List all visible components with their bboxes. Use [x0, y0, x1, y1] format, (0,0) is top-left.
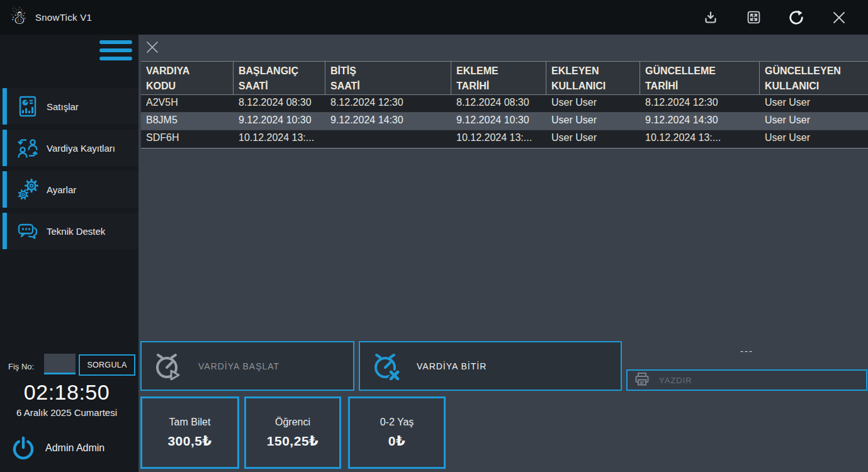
column-header[interactable]: GÜNCELLEMETARİHİ [640, 62, 760, 94]
table-cell: 9.12.2024 10:30 [451, 113, 546, 130]
table-cell: 9.12.2024 10:30 [234, 113, 325, 130]
vardiya-baslat-button[interactable]: VARDİYA BAŞLAT [140, 341, 354, 391]
shift-table-body: A2V5H8.12.2024 08:308.12.2024 12:308.12.… [141, 95, 868, 149]
logged-in-user: Admin Admin [45, 442, 104, 454]
yazdir-label: YAZDIR [659, 376, 692, 385]
table-cell: 10.12.2024 13:... [640, 130, 760, 148]
column-header[interactable]: BAŞLANGIÇSAATİ [234, 62, 325, 94]
nav-accent-bar [3, 130, 7, 166]
nav-accent-bar [3, 213, 7, 249]
table-cell: B8JM5 [141, 113, 234, 130]
titlebar: ☃ SnowTick V1 [0, 0, 868, 35]
ticket-price: 150,25₺ [267, 434, 318, 449]
shift-people-icon [16, 137, 39, 159]
fullscreen-icon[interactable] [745, 9, 762, 26]
clock: 02:18:50 [0, 380, 133, 405]
nav-accent-bar [3, 171, 7, 208]
vardiya-bitir-label: VARDİYA BİTİR [417, 361, 487, 371]
table-cell: User User [546, 130, 640, 148]
power-icon[interactable] [10, 435, 37, 461]
fis-no-label: Fiş No: [8, 362, 34, 371]
table-cell: 8.12.2024 08:30 [234, 95, 325, 112]
table-cell: 10.12.2024 13:... [234, 130, 325, 148]
shift-table-header: VARDIYAKODUBAŞLANGIÇSAATİBİTİŞSAATİEKLEM… [141, 61, 868, 95]
stopwatch-play-icon [152, 350, 182, 383]
app-title: SnowTick V1 [35, 12, 92, 23]
restart-icon[interactable] [787, 9, 805, 26]
ticket-label: Öğrenci [275, 417, 310, 428]
shift-table: VARDIYAKODUBAŞLANGIÇSAATİBİTİŞSAATİEKLEM… [141, 61, 868, 149]
close-icon[interactable] [830, 9, 848, 26]
stopwatch-x-icon [370, 350, 400, 383]
sorgula-button[interactable]: SORGULA [79, 354, 135, 376]
table-row[interactable]: B8JM59.12.2024 10:309.12.2024 14:309.12.… [141, 113, 868, 130]
ticket-price: 0₺ [388, 434, 405, 449]
table-cell: User User [546, 113, 640, 130]
table-cell: User User [760, 95, 868, 112]
sidebar-item-vardiya-kayitlari[interactable]: Vardiya Kayıtları [0, 130, 138, 166]
ticket-button-tam-bilet[interactable]: Tam Bilet 300,5₺ [140, 396, 239, 469]
settings-gears-icon [16, 178, 39, 201]
print-status-text: --- [626, 346, 867, 356]
column-header[interactable]: VARDIYAKODU [141, 62, 234, 94]
column-header[interactable]: EKLEMETARİHİ [451, 62, 546, 94]
ticket-label: 0-2 Yaş [380, 417, 414, 428]
tray-download-icon[interactable] [702, 9, 719, 26]
yazdir-button[interactable]: YAZDIR [626, 369, 867, 391]
hamburger-icon[interactable] [99, 40, 132, 60]
app-window: ☃ SnowTick V1 [0, 0, 868, 472]
nav-accent-bar [3, 88, 7, 125]
column-header[interactable]: BİTİŞSAATİ [325, 62, 451, 94]
sidebar-item-label: Satışlar [47, 101, 79, 112]
sidebar: Satışlar Vardiya Kayıtları [0, 35, 138, 472]
table-cell [325, 130, 451, 148]
sidebar-item-teknik-destek[interactable]: Teknik Destek [0, 213, 138, 249]
ticket-price: 300,5₺ [167, 434, 211, 449]
table-row[interactable]: A2V5H8.12.2024 08:308.12.2024 12:308.12.… [141, 95, 868, 113]
sidebar-item-label: Teknik Destek [47, 226, 105, 237]
table-cell: User User [546, 95, 640, 112]
ticket-button-0-2-yas[interactable]: 0-2 Yaş 0₺ [348, 396, 446, 469]
table-cell: User User [760, 130, 868, 148]
table-cell: 9.12.2024 14:30 [640, 113, 760, 130]
table-cell: 9.12.2024 14:30 [325, 113, 451, 130]
titlebar-buttons [702, 9, 868, 26]
vardiya-bitir-button[interactable]: VARDİYA BİTİR [359, 341, 622, 391]
main-panel: VARDIYAKODUBAŞLANGIÇSAATİBİTİŞSAATİEKLEM… [138, 35, 868, 472]
snowman-logo-icon: ☃ [10, 8, 27, 27]
date: 6 Aralık 2025 Cumartesi [0, 407, 133, 418]
tab-close-icon[interactable] [144, 38, 162, 57]
table-row[interactable]: SDF6H10.12.2024 13:...10.12.2024 13:...U… [141, 130, 868, 148]
sidebar-item-label: Vardiya Kayıtları [47, 143, 115, 154]
table-cell: SDF6H [141, 130, 234, 148]
table-cell: A2V5H [141, 95, 234, 112]
table-cell: 8.12.2024 12:30 [325, 95, 451, 112]
support-chat-icon [16, 220, 39, 242]
sidebar-item-satislar[interactable]: Satışlar [0, 88, 138, 125]
printer-icon [634, 371, 650, 390]
vardiya-baslat-label: VARDİYA BAŞLAT [198, 361, 279, 371]
table-cell: 8.12.2024 08:30 [451, 95, 546, 112]
column-header[interactable]: EKLEYENKULLANICI [546, 62, 640, 94]
table-cell: User User [760, 113, 868, 130]
ticket-label: Tam Bilet [169, 417, 211, 428]
fis-no-input[interactable] [44, 354, 76, 374]
sidebar-item-label: Ayarlar [47, 184, 76, 195]
column-header[interactable]: GÜNCELLEYENKULLANICI [760, 62, 868, 94]
sidebar-item-ayarlar[interactable]: Ayarlar [0, 171, 138, 208]
table-cell: 10.12.2024 13:... [451, 130, 546, 148]
table-cell: 8.12.2024 12:30 [640, 95, 760, 112]
sales-report-icon [16, 95, 39, 118]
ticket-button-ogrenci[interactable]: Öğrenci 150,25₺ [244, 396, 341, 469]
